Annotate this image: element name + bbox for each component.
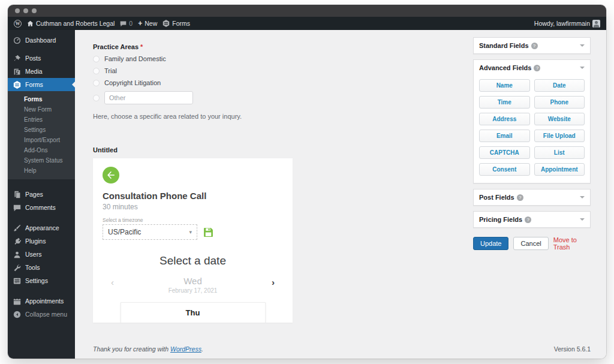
chevron-down-icon: [580, 67, 585, 69]
other-option-input[interactable]: [104, 91, 193, 104]
field-button-address[interactable]: Address: [479, 113, 530, 125]
comments-menu[interactable]: 0: [120, 20, 133, 27]
window-titlebar: [8, 5, 606, 17]
submenu-new-form[interactable]: New Form: [8, 104, 75, 115]
radio-button[interactable]: [93, 95, 100, 101]
sidebar-item-plugins[interactable]: Plugins: [8, 234, 75, 248]
help-icon[interactable]: ?: [517, 194, 523, 201]
pages-icon: [13, 191, 21, 198]
radio-button[interactable]: [93, 80, 100, 86]
radio-option-row: Family and Domestic: [93, 55, 429, 62]
home-icon: [27, 20, 34, 27]
submenu-system-status[interactable]: System Status: [8, 155, 75, 166]
radio-option-row: Trial: [93, 67, 429, 74]
window-close-button[interactable]: [15, 8, 20, 13]
cancel-button[interactable]: Cancel: [513, 237, 548, 250]
account-menu[interactable]: Howdy, lawfirmmain: [534, 20, 600, 28]
radio-button[interactable]: [93, 56, 100, 62]
field-button-email[interactable]: Email: [479, 130, 530, 142]
select-date-heading: Select a date: [103, 254, 283, 267]
sidebar-item-posts[interactable]: Posts: [8, 52, 75, 65]
move-to-trash-link[interactable]: Move to Trash: [553, 236, 591, 251]
field-button-appointment[interactable]: Appointment: [534, 163, 585, 176]
submenu-settings[interactable]: Settings: [8, 125, 75, 135]
post-fields-header[interactable]: Post Fields ?: [474, 189, 590, 205]
field-button-file-upload[interactable]: File Upload: [534, 130, 585, 142]
window-minimize-button[interactable]: [23, 8, 28, 13]
collapse-arrow-icon: [13, 311, 21, 318]
comment-count: 0: [129, 20, 133, 27]
advanced-fields-panel: Advanced Fields ? Name Date Time Phone A…: [473, 59, 591, 183]
pushpin-icon: [13, 55, 21, 62]
standard-fields-panel: Standard Fields ?: [473, 37, 591, 54]
submenu-forms[interactable]: Forms: [8, 94, 75, 104]
admin-menu: Dashboard Posts Media Forms Forms New Fo…: [8, 30, 75, 359]
radio-button[interactable]: [93, 68, 100, 74]
sidebar-item-tools[interactable]: Tools: [8, 261, 75, 274]
field-button-website[interactable]: Website: [534, 113, 585, 125]
wrench-icon: [13, 264, 21, 272]
timezone-select[interactable]: US/Pacific ▾: [103, 224, 197, 240]
help-icon[interactable]: ?: [525, 216, 531, 223]
new-content-menu[interactable]: + New: [138, 19, 157, 28]
wordpress-link[interactable]: WordPress: [170, 345, 201, 353]
comments-icon: [13, 204, 21, 212]
calendar-nav: ‹ › Wed February 17, 2021: [103, 276, 283, 295]
wp-logo-menu[interactable]: W: [14, 20, 22, 28]
field-label: Practice Areas *: [93, 43, 429, 50]
sidebar-item-settings[interactable]: Settings: [8, 274, 75, 287]
chevron-down-icon: ▾: [189, 229, 192, 235]
field-button-time[interactable]: Time: [479, 96, 530, 109]
radio-option-row: Copyright Litigation: [93, 79, 429, 86]
next-day-button[interactable]: ›: [272, 277, 275, 287]
required-marker: *: [140, 43, 143, 50]
gravity-forms-menu[interactable]: Forms: [162, 20, 190, 27]
next-day-card[interactable]: Thu: [121, 302, 266, 323]
site-name-menu[interactable]: Cuthman and Roberts Legal: [27, 20, 115, 27]
sidebar-item-appearance[interactable]: Appearance: [8, 221, 75, 234]
sidebar-item-appointments[interactable]: Appointments: [8, 294, 75, 308]
prev-day-button[interactable]: ‹: [111, 277, 114, 287]
standard-fields-header[interactable]: Standard Fields ?: [474, 38, 590, 53]
back-button[interactable]: [103, 167, 119, 183]
submenu-import-export[interactable]: Import/Export: [8, 135, 75, 145]
settings-icon: [13, 277, 21, 285]
sidebar-item-forms[interactable]: Forms: [8, 78, 75, 91]
new-label: New: [145, 20, 157, 27]
sidebar-item-users[interactable]: Users: [8, 248, 75, 261]
appointment-widget[interactable]: Consultation Phone Call 30 minutes Selec…: [93, 158, 293, 323]
avatar: [592, 20, 600, 28]
submenu-add-ons[interactable]: Add-Ons: [8, 145, 75, 155]
save-disk-icon: [203, 227, 213, 237]
pricing-fields-panel: Pricing Fields ?: [473, 211, 591, 228]
update-button[interactable]: Update: [473, 237, 508, 250]
dashboard-icon: [13, 37, 21, 44]
chevron-down-icon: [580, 44, 585, 47]
sidebar-item-comments[interactable]: Comments: [8, 201, 75, 214]
wordpress-logo-icon: W: [14, 20, 22, 28]
help-icon[interactable]: ?: [534, 65, 540, 71]
pricing-fields-header[interactable]: Pricing Fields ?: [474, 212, 590, 227]
sidebar-item-dashboard[interactable]: Dashboard: [8, 34, 75, 47]
submenu-help[interactable]: Help: [8, 166, 75, 176]
field-button-phone[interactable]: Phone: [534, 96, 585, 109]
help-icon[interactable]: ?: [531, 43, 538, 49]
sidebar-item-pages[interactable]: Pages: [8, 188, 75, 201]
field-button-consent[interactable]: Consent: [479, 163, 530, 176]
current-date-label: February 17, 2021: [103, 287, 283, 294]
media-icon: [13, 68, 21, 76]
timezone-value: US/Pacific: [108, 228, 189, 236]
field-button-name[interactable]: Name: [479, 79, 530, 92]
sidebar-item-media[interactable]: Media: [8, 65, 75, 78]
submenu-entries[interactable]: Entries: [8, 115, 75, 125]
window-zoom-button[interactable]: [32, 8, 37, 13]
practice-areas-field[interactable]: Practice Areas * Family and Domestic Tri…: [93, 43, 429, 120]
browser-window: W Cuthman and Roberts Legal 0 + New Form…: [8, 5, 606, 359]
save-timezone-button[interactable]: [203, 227, 213, 237]
collapse-menu-button[interactable]: Collapse menu: [8, 308, 75, 321]
field-button-captcha[interactable]: CAPTCHA: [479, 146, 530, 159]
field-button-date[interactable]: Date: [534, 79, 585, 92]
field-button-list[interactable]: List: [534, 146, 585, 159]
timezone-label: Select a timezone: [103, 217, 283, 223]
advanced-fields-header[interactable]: Advanced Fields ?: [474, 60, 590, 76]
